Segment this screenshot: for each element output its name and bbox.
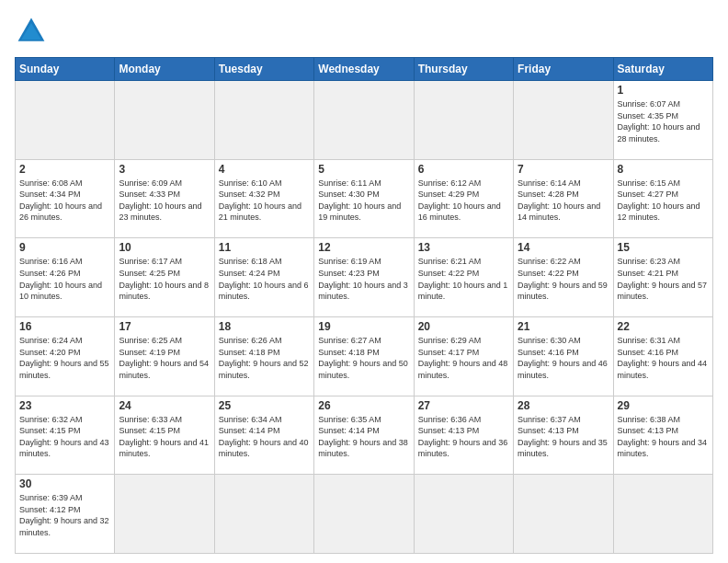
calendar: SundayMondayTuesdayWednesdayThursdayFrid… [15,57,713,554]
calendar-cell: 25Sunrise: 6:34 AM Sunset: 4:14 PM Dayli… [214,396,313,475]
calendar-body: 1Sunrise: 6:07 AM Sunset: 4:35 PM Daylig… [16,81,713,554]
day-info: Sunrise: 6:26 AM Sunset: 4:18 PM Dayligh… [219,335,310,381]
day-info: Sunrise: 6:30 AM Sunset: 4:16 PM Dayligh… [518,335,609,381]
calendar-cell [115,81,214,160]
calendar-cell: 29Sunrise: 6:38 AM Sunset: 4:13 PM Dayli… [613,396,712,475]
day-number: 23 [19,399,110,412]
calendar-cell: 8Sunrise: 6:15 AM Sunset: 4:27 PM Daylig… [613,159,712,238]
day-info: Sunrise: 6:10 AM Sunset: 4:32 PM Dayligh… [219,178,310,224]
day-info: Sunrise: 6:21 AM Sunset: 4:22 PM Dayligh… [418,256,509,302]
day-number: 2 [19,163,110,176]
calendar-cell: 5Sunrise: 6:11 AM Sunset: 4:30 PM Daylig… [314,159,414,238]
calendar-cell: 20Sunrise: 6:29 AM Sunset: 4:17 PM Dayli… [414,316,513,396]
calendar-cell [414,81,513,160]
day-info: Sunrise: 6:35 AM Sunset: 4:14 PM Dayligh… [318,414,409,460]
day-number: 16 [19,320,110,333]
day-of-week-header: Friday [514,58,613,81]
day-number: 12 [318,241,409,254]
day-number: 19 [318,320,409,333]
calendar-cell: 2Sunrise: 6:08 AM Sunset: 4:34 PM Daylig… [16,159,115,238]
day-number: 20 [418,320,509,333]
calendar-cell: 28Sunrise: 6:37 AM Sunset: 4:13 PM Dayli… [514,396,613,475]
day-info: Sunrise: 6:29 AM Sunset: 4:17 PM Dayligh… [418,335,509,381]
day-number: 1 [618,84,709,97]
calendar-cell: 15Sunrise: 6:23 AM Sunset: 4:21 PM Dayli… [613,238,712,317]
calendar-cell [414,475,513,554]
logo [15,15,53,48]
day-number: 10 [119,241,210,254]
day-number: 24 [119,399,210,412]
calendar-cell [514,81,613,160]
day-info: Sunrise: 6:09 AM Sunset: 4:33 PM Dayligh… [119,178,210,224]
day-number: 22 [618,320,709,333]
day-number: 26 [318,399,409,412]
day-number: 17 [119,320,210,333]
calendar-week-row: 9Sunrise: 6:16 AM Sunset: 4:26 PM Daylig… [16,238,713,317]
day-info: Sunrise: 6:38 AM Sunset: 4:13 PM Dayligh… [618,414,709,460]
calendar-cell [16,81,115,160]
day-number: 18 [219,320,310,333]
page: SundayMondayTuesdayWednesdayThursdayFrid… [0,0,728,563]
calendar-cell: 21Sunrise: 6:30 AM Sunset: 4:16 PM Dayli… [514,316,613,396]
day-info: Sunrise: 6:08 AM Sunset: 4:34 PM Dayligh… [19,178,110,224]
calendar-cell: 17Sunrise: 6:25 AM Sunset: 4:19 PM Dayli… [115,316,214,396]
day-info: Sunrise: 6:16 AM Sunset: 4:26 PM Dayligh… [19,256,110,302]
calendar-cell: 19Sunrise: 6:27 AM Sunset: 4:18 PM Dayli… [314,316,414,396]
calendar-week-row: 30Sunrise: 6:39 AM Sunset: 4:12 PM Dayli… [16,475,713,554]
day-of-week-header: Saturday [613,58,712,81]
calendar-week-row: 2Sunrise: 6:08 AM Sunset: 4:34 PM Daylig… [16,159,713,238]
day-of-week-header: Monday [115,58,214,81]
calendar-cell: 12Sunrise: 6:19 AM Sunset: 4:23 PM Dayli… [314,238,414,317]
calendar-cell: 26Sunrise: 6:35 AM Sunset: 4:14 PM Dayli… [314,396,414,475]
day-number: 15 [618,241,709,254]
calendar-cell [115,475,214,554]
day-info: Sunrise: 6:14 AM Sunset: 4:28 PM Dayligh… [518,178,609,224]
calendar-cell: 30Sunrise: 6:39 AM Sunset: 4:12 PM Dayli… [16,475,115,554]
calendar-cell [314,475,414,554]
calendar-cell: 4Sunrise: 6:10 AM Sunset: 4:32 PM Daylig… [214,159,313,238]
day-info: Sunrise: 6:39 AM Sunset: 4:12 PM Dayligh… [19,492,110,538]
day-number: 27 [418,399,509,412]
calendar-week-row: 23Sunrise: 6:32 AM Sunset: 4:15 PM Dayli… [16,396,713,475]
calendar-cell: 6Sunrise: 6:12 AM Sunset: 4:29 PM Daylig… [414,159,513,238]
day-number: 29 [618,399,709,412]
day-info: Sunrise: 6:37 AM Sunset: 4:13 PM Dayligh… [518,414,609,460]
calendar-cell: 27Sunrise: 6:36 AM Sunset: 4:13 PM Dayli… [414,396,513,475]
calendar-cell: 3Sunrise: 6:09 AM Sunset: 4:33 PM Daylig… [115,159,214,238]
calendar-cell: 1Sunrise: 6:07 AM Sunset: 4:35 PM Daylig… [613,81,712,160]
calendar-cell: 16Sunrise: 6:24 AM Sunset: 4:20 PM Dayli… [16,316,115,396]
day-number: 8 [618,163,709,176]
day-number: 14 [518,241,609,254]
day-number: 5 [318,163,409,176]
calendar-cell: 24Sunrise: 6:33 AM Sunset: 4:15 PM Dayli… [115,396,214,475]
calendar-cell [214,81,313,160]
calendar-cell: 7Sunrise: 6:14 AM Sunset: 4:28 PM Daylig… [514,159,613,238]
day-number: 9 [19,241,110,254]
day-info: Sunrise: 6:19 AM Sunset: 4:23 PM Dayligh… [318,256,409,302]
header-row: SundayMondayTuesdayWednesdayThursdayFrid… [16,58,713,81]
day-number: 30 [19,477,110,490]
day-info: Sunrise: 6:23 AM Sunset: 4:21 PM Dayligh… [618,256,709,302]
calendar-cell [514,475,613,554]
calendar-cell [314,81,414,160]
day-number: 28 [518,399,609,412]
day-info: Sunrise: 6:31 AM Sunset: 4:16 PM Dayligh… [618,335,709,381]
calendar-cell: 23Sunrise: 6:32 AM Sunset: 4:15 PM Dayli… [16,396,115,475]
day-of-week-header: Wednesday [314,58,414,81]
day-number: 7 [518,163,609,176]
day-info: Sunrise: 6:27 AM Sunset: 4:18 PM Dayligh… [318,335,409,381]
day-number: 13 [418,241,509,254]
day-of-week-header: Tuesday [214,58,313,81]
calendar-week-row: 1Sunrise: 6:07 AM Sunset: 4:35 PM Daylig… [16,81,713,160]
day-number: 11 [219,241,310,254]
calendar-cell [613,475,712,554]
day-info: Sunrise: 6:17 AM Sunset: 4:25 PM Dayligh… [119,256,210,302]
calendar-cell: 22Sunrise: 6:31 AM Sunset: 4:16 PM Dayli… [613,316,712,396]
calendar-cell: 10Sunrise: 6:17 AM Sunset: 4:25 PM Dayli… [115,238,214,317]
day-info: Sunrise: 6:24 AM Sunset: 4:20 PM Dayligh… [19,335,110,381]
day-of-week-header: Sunday [16,58,115,81]
day-info: Sunrise: 6:12 AM Sunset: 4:29 PM Dayligh… [418,178,509,224]
logo-icon [15,15,48,48]
day-number: 25 [219,399,310,412]
calendar-cell: 9Sunrise: 6:16 AM Sunset: 4:26 PM Daylig… [16,238,115,317]
